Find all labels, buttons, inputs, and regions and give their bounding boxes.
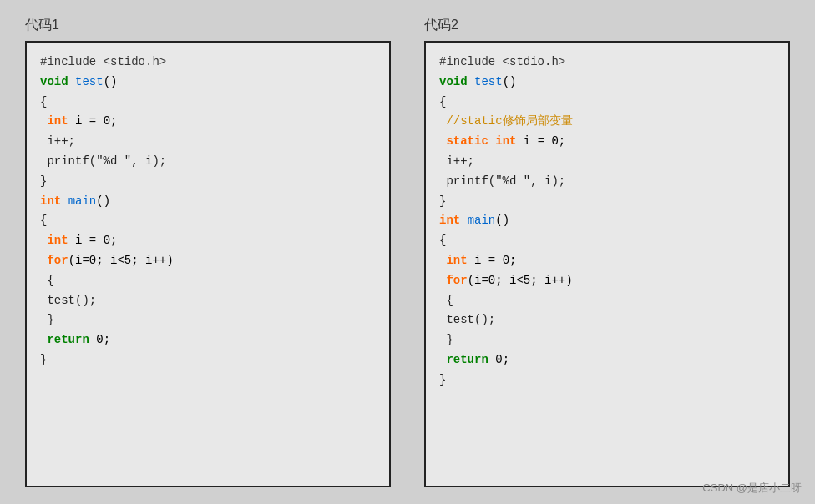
code-line: int main() xyxy=(40,192,376,212)
code-line: static int i = 0; xyxy=(439,132,775,152)
code-line: } xyxy=(40,350,376,370)
section-title-2: 代码2 xyxy=(424,17,790,34)
code-line: void test() xyxy=(439,73,775,93)
code-line: printf("%d ", i); xyxy=(40,152,376,172)
code-line: int i = 0; xyxy=(40,231,376,251)
code-box-2: #include <stdio.h> void test() { //stati… xyxy=(424,41,790,487)
code-line: { xyxy=(439,231,775,251)
code-line: int i = 0; xyxy=(439,251,775,271)
code-section-2: 代码2 #include <stdio.h> void test() { //s… xyxy=(424,17,790,487)
code-line: return 0; xyxy=(40,330,376,350)
code-box-1: #include <stido.h> void test() { int i =… xyxy=(25,41,391,487)
code-line: #include <stido.h> xyxy=(40,53,376,73)
code-line: } xyxy=(439,330,775,350)
code-line: for(i=0; i<5; i++) xyxy=(40,251,376,271)
code-line: { xyxy=(40,271,376,291)
code-line: #include <stdio.h> xyxy=(439,53,775,73)
code-line: int main() xyxy=(439,211,775,231)
code-line: test(); xyxy=(439,310,775,330)
code-line: return 0; xyxy=(439,350,775,370)
code-line: //static修饰局部变量 xyxy=(439,112,775,132)
code-line: test(); xyxy=(40,291,376,311)
code-line: i++; xyxy=(439,152,775,172)
code-line: { xyxy=(439,291,775,311)
code-line: } xyxy=(40,172,376,192)
code-line: i++; xyxy=(40,132,376,152)
code-line: int i = 0; xyxy=(40,112,376,132)
code-line: printf("%d ", i); xyxy=(439,172,775,192)
code-line: } xyxy=(439,192,775,212)
code-line: void test() xyxy=(40,73,376,93)
code-section-1: 代码1 #include <stido.h> void test() { int… xyxy=(25,17,391,487)
code-line: } xyxy=(40,310,376,330)
code-line: { xyxy=(439,93,775,113)
code-line: { xyxy=(40,93,376,113)
watermark: CSDN @是店小二呀 xyxy=(702,481,802,496)
code-line: { xyxy=(40,211,376,231)
section-title-1: 代码1 xyxy=(25,17,391,34)
code-line: } xyxy=(439,370,775,391)
code-line: for(i=0; i<5; i++) xyxy=(439,271,775,291)
